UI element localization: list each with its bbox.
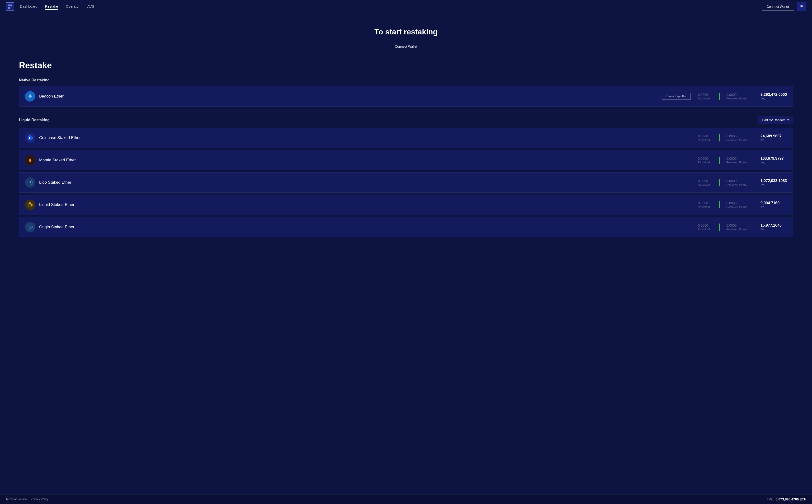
coinbase-restaked-label: Restaked <box>698 139 713 141</box>
liquid-tvl-value: 9,904.7160 <box>760 201 787 205</box>
liquid-icon <box>25 200 35 210</box>
sort-dropdown[interactable]: Sort by: Random ▾ <box>758 116 793 124</box>
lido-points-value: 0.0000 <box>726 179 747 183</box>
coinbase-points-block: 0.0000 Restaked Points <box>719 134 754 141</box>
footer-tvl-label: TVL <box>767 497 773 501</box>
coinbase-restaked-value: 0.0000 <box>698 134 713 138</box>
beacon-tvl-value: 3,293,472.0000 <box>760 93 787 97</box>
coinbase-tvl-block: 24,689.9607 TVL <box>754 134 787 142</box>
liquid-restaked-block: 0.0000 Restaked <box>691 201 719 208</box>
mantle-restaked-value: 0.0000 <box>698 157 713 160</box>
svg-text:C: C <box>29 136 31 140</box>
origin-restaked-block: 0.0000 Restaked <box>691 224 719 231</box>
svg-rect-2 <box>8 7 10 9</box>
origin-staked-ether-row: Origin Staked Ether 0.0000 Restaked 0.00… <box>19 217 793 237</box>
header: Dashboard Restake Operator AVS Connect W… <box>0 0 812 13</box>
privacy-policy-link[interactable]: Privacy Policy <box>31 498 48 501</box>
liquid-points-label: Restaked Points <box>726 205 747 208</box>
logo <box>6 2 14 11</box>
lido-points-block: 0.0000 Restaked Points <box>719 179 754 186</box>
liquid-restaked-label: Restaked <box>698 205 713 208</box>
origin-restaked-label: Restaked <box>698 228 713 231</box>
lido-tvl-label: TVL <box>760 183 787 186</box>
lido-restaked-label: Restaked <box>698 183 713 186</box>
origin-icon <box>25 222 35 232</box>
lido-name: Lido Staked Ether <box>39 180 691 185</box>
main-nav: Dashboard Restake Operator AVS <box>20 3 762 10</box>
footer: Terms of Service Privacy Policy TVL 5,07… <box>0 494 812 504</box>
liquid-staked-ether-row: Liquid Staked Ether 0.0000 Restaked 0.00… <box>19 195 793 215</box>
liquid-name: Liquid Staked Ether <box>39 202 691 207</box>
coinbase-restaked-block: 0.0000 Restaked <box>691 134 719 141</box>
main-content: To start restaking Connect Wallet Restak… <box>0 13 812 494</box>
mantle-points-block: 0.0000 Restaked Points <box>719 157 754 164</box>
mantle-staked-ether-row: Mantle Staked Ether 0.0000 Restaked 0.00… <box>19 150 793 170</box>
lido-staked-ether-row: Lido Staked Ether 0.0000 Restaked 0.0000… <box>19 172 793 193</box>
origin-points-value: 0.0000 <box>726 224 747 227</box>
mantle-stats: 0.0000 Restaked 0.0000 Restaked Points 1… <box>691 156 787 164</box>
mantle-points-label: Restaked Points <box>726 161 747 164</box>
coinbase-name: Coinbase Staked Ether <box>39 135 691 140</box>
sort-chevron-icon: ▾ <box>787 118 789 122</box>
mantle-tvl-value: 163,679.9797 <box>760 156 787 161</box>
lido-restaked-block: 0.0000 Restaked <box>691 179 719 186</box>
svg-rect-0 <box>8 5 10 6</box>
mantle-points-value: 0.0000 <box>726 157 747 160</box>
lido-tvl-value: 1,072,033.1083 <box>760 179 787 183</box>
mantle-tvl-label: TVL <box>760 161 787 164</box>
liquid-restaking-section: Liquid Restaking Sort by: Random ▾ C Coi… <box>19 116 793 237</box>
footer-tvl-value: 5,073,895.4706 ETH <box>776 497 806 501</box>
origin-tvl-block: 15,977.2040 TVL <box>754 223 787 231</box>
origin-name: Origin Staked Ether <box>39 225 691 229</box>
origin-points-label: Restaked Points <box>726 228 747 231</box>
liquid-restaking-header: Liquid Restaking Sort by: Random ▾ <box>19 116 793 124</box>
mantle-name: Mantle Staked Ether <box>39 158 691 163</box>
beacon-restaked-label: Restaked <box>698 97 713 100</box>
mantle-icon <box>25 155 35 165</box>
lido-points-label: Restaked Points <box>726 183 747 186</box>
beacon-ether-name: Beacon Ether <box>39 94 658 99</box>
svg-rect-1 <box>10 5 12 6</box>
beacon-ether-row: Beacon Ether Create EigenPod 0.0000 Rest… <box>19 86 793 107</box>
origin-points-block: 0.0000 Restaked Points <box>719 224 754 231</box>
origin-tvl-value: 15,977.2040 <box>760 223 787 228</box>
liquid-points-value: 0.0000 <box>726 201 747 205</box>
coinbase-points-label: Restaked Points <box>726 139 747 141</box>
lido-icon <box>25 177 35 188</box>
header-connect-wallet-button[interactable]: Connect Wallet <box>762 3 794 11</box>
beacon-points-label: Restaked Points <box>726 97 747 100</box>
menu-button[interactable]: ≡ <box>797 2 806 11</box>
beacon-ether-icon <box>25 91 35 102</box>
coinbase-stats: 0.0000 Restaked 0.0000 Restaked Points 2… <box>691 134 787 142</box>
coinbase-icon: C <box>25 133 35 143</box>
mantle-tvl-block: 163,679.9797 TVL <box>754 156 787 164</box>
liquid-tvl-block: 9,904.7160 TVL <box>754 201 787 209</box>
mantle-restaked-label: Restaked <box>698 161 713 164</box>
hero-title: To start restaking <box>19 28 793 36</box>
origin-restaked-value: 0.0000 <box>698 224 713 227</box>
nav-restake[interactable]: Restake <box>45 3 58 10</box>
liquid-restaking-title: Liquid Restaking <box>19 118 50 122</box>
origin-stats: 0.0000 Restaked 0.0000 Restaked Points 1… <box>691 223 787 231</box>
beacon-restaked-value: 0.0000 <box>698 93 713 97</box>
svg-point-18 <box>30 227 31 228</box>
footer-tvl: TVL 5,073,895.4706 ETH <box>767 497 806 501</box>
origin-tvl-label: TVL <box>760 228 787 231</box>
svg-point-11 <box>30 204 31 205</box>
beacon-tvl-label: TVL <box>760 97 787 100</box>
beacon-restaked-block: 0.0000 Restaked <box>691 93 719 100</box>
nav-dashboard[interactable]: Dashboard <box>20 3 37 10</box>
beacon-tvl-block: 3,293,472.0000 TVL <box>754 93 787 100</box>
page-title: Restake <box>19 61 793 70</box>
nav-operator[interactable]: Operator <box>66 3 80 10</box>
coinbase-tvl-label: TVL <box>760 139 787 142</box>
create-eigenpod-button[interactable]: Create EigenPod <box>662 93 691 100</box>
hero-section: To start restaking Connect Wallet <box>19 13 793 61</box>
hero-connect-wallet-button[interactable]: Connect Wallet <box>387 42 425 51</box>
beacon-ether-stats: 0.0000 Restaked 0.0000 Restaked Points 3… <box>691 93 787 100</box>
terms-of-service-link[interactable]: Terms of Service <box>6 498 27 501</box>
nav-avs[interactable]: AVS <box>87 3 94 10</box>
coinbase-tvl-value: 24,689.9607 <box>760 134 787 138</box>
native-restaking-title: Native Restaking <box>19 78 793 82</box>
lido-tvl-block: 1,072,033.1083 TVL <box>754 179 787 186</box>
